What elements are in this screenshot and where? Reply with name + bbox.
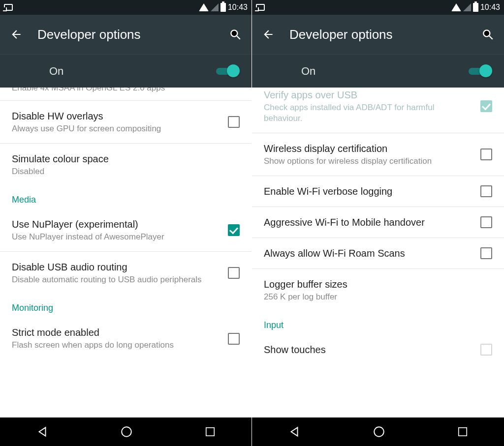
app-bar: Developer options	[0, 15, 252, 54]
list-item[interactable]: Show touches	[252, 334, 504, 356]
svg-point-2	[122, 427, 132, 437]
master-switch[interactable]	[216, 64, 240, 78]
list-item[interactable]: Use NuPlayer (experimental) Use NuPlayer…	[0, 209, 252, 252]
wifi-icon	[451, 3, 461, 11]
section-header: Media	[0, 186, 252, 209]
svg-point-4	[483, 30, 490, 36]
item-title: Logger buffer sizes	[264, 278, 484, 291]
checkbox	[480, 100, 492, 112]
list-item[interactable]: Strict mode enabled Flash screen when ap…	[0, 317, 252, 351]
cellular-icon	[463, 3, 471, 11]
checkbox[interactable]	[480, 344, 492, 356]
page-title: Developer options	[37, 27, 229, 42]
svg-point-6	[374, 427, 384, 437]
page-title: Developer options	[289, 27, 481, 42]
item-sub: Disabled	[12, 166, 232, 177]
screenshot-icon	[4, 4, 13, 11]
item-sub: Show options for wireless display certif…	[264, 156, 472, 167]
svg-line-1	[237, 36, 240, 39]
battery-icon	[473, 3, 478, 12]
master-toggle-row[interactable]: On	[252, 54, 504, 88]
nav-bar	[252, 417, 504, 446]
master-toggle-row[interactable]: On	[0, 54, 252, 88]
item-title: Strict mode enabled	[12, 326, 220, 339]
svg-point-0	[231, 30, 237, 36]
master-toggle-label: On	[301, 65, 469, 78]
wifi-icon	[199, 3, 209, 11]
checkbox[interactable]	[228, 116, 240, 128]
clock: 10:43	[480, 3, 500, 12]
checkbox[interactable]	[228, 224, 240, 236]
item-title: Simulate colour space	[12, 152, 232, 165]
nav-recent-icon[interactable]	[457, 426, 468, 437]
list-item[interactable]: Aggressive Wi-Fi to Mobile handover	[252, 207, 504, 238]
status-bar: 10:43	[0, 0, 252, 15]
item-title: Wireless display certification	[264, 142, 472, 155]
checkbox[interactable]	[480, 247, 492, 259]
item-title: Aggressive Wi-Fi to Mobile handover	[264, 216, 472, 229]
item-sub: Disable automatic routing to USB audio p…	[12, 274, 220, 285]
checkbox[interactable]	[228, 267, 240, 279]
checkbox[interactable]	[480, 149, 492, 160]
list-item[interactable]: Enable 4x MSAA in OpenGL ES 2.0 apps	[0, 88, 252, 101]
nav-recent-icon[interactable]	[205, 426, 216, 437]
nav-home-icon[interactable]	[373, 425, 385, 438]
cellular-icon	[211, 3, 219, 11]
list-item[interactable]: Wireless display certification Show opti…	[252, 133, 504, 176]
status-bar: 10:43	[252, 0, 504, 15]
list-item[interactable]: Disable HW overlays Always use GPU for s…	[0, 101, 252, 144]
item-sub: Always use GPU for screen compositing	[12, 123, 220, 134]
item-title: Show touches	[264, 343, 472, 356]
nav-home-icon[interactable]	[120, 425, 133, 438]
item-title: Enable Wi-Fi verbose logging	[264, 185, 472, 198]
search-icon[interactable]	[481, 28, 494, 41]
nav-bar	[0, 417, 252, 446]
item-title: Disable USB audio routing	[12, 261, 220, 273]
list-item[interactable]: Disable USB audio routing Disable automa…	[0, 252, 252, 294]
svg-line-5	[489, 36, 493, 39]
item-title: Use NuPlayer (experimental)	[12, 218, 220, 231]
search-icon[interactable]	[229, 28, 242, 41]
master-toggle-label: On	[49, 65, 216, 78]
list-item: Verify apps over USB Check apps installe…	[252, 88, 504, 133]
item-sub: 256 K per log buffer	[264, 292, 484, 302]
item-title: Disable HW overlays	[12, 110, 220, 122]
master-switch[interactable]	[469, 64, 492, 78]
section-header: Monitoring	[0, 294, 252, 317]
svg-rect-3	[206, 428, 215, 436]
nav-back-icon[interactable]	[36, 425, 49, 438]
checkbox[interactable]	[480, 185, 492, 197]
back-icon[interactable]	[10, 28, 23, 41]
list-item[interactable]: Enable Wi-Fi verbose logging	[252, 176, 504, 207]
checkbox[interactable]	[480, 216, 492, 228]
item-title: Verify apps over USB	[264, 89, 472, 101]
svg-rect-7	[459, 428, 467, 436]
item-sub: Flash screen when apps do long operation…	[12, 340, 220, 351]
checkbox[interactable]	[228, 333, 240, 345]
list-item[interactable]: Simulate colour space Disabled	[0, 144, 252, 186]
screenshot-icon	[256, 4, 265, 11]
app-bar: Developer options	[252, 15, 504, 54]
nav-back-icon[interactable]	[288, 425, 301, 438]
list-item[interactable]: Always allow Wi-Fi Roam Scans	[252, 238, 504, 269]
clock: 10:43	[228, 3, 248, 12]
item-sub: Check apps installed via ADB/ADT for har…	[264, 102, 472, 124]
list-item[interactable]: Logger buffer sizes 256 K per log buffer	[252, 269, 504, 311]
item-title: Enable 4x MSAA in OpenGL ES 2.0 apps	[12, 88, 232, 93]
back-icon[interactable]	[262, 28, 275, 41]
battery-icon	[220, 3, 226, 12]
item-sub: Use NuPlayer instead of AwesomePlayer	[12, 232, 220, 242]
item-title: Always allow Wi-Fi Roam Scans	[264, 247, 472, 260]
section-header: Input	[252, 311, 504, 334]
